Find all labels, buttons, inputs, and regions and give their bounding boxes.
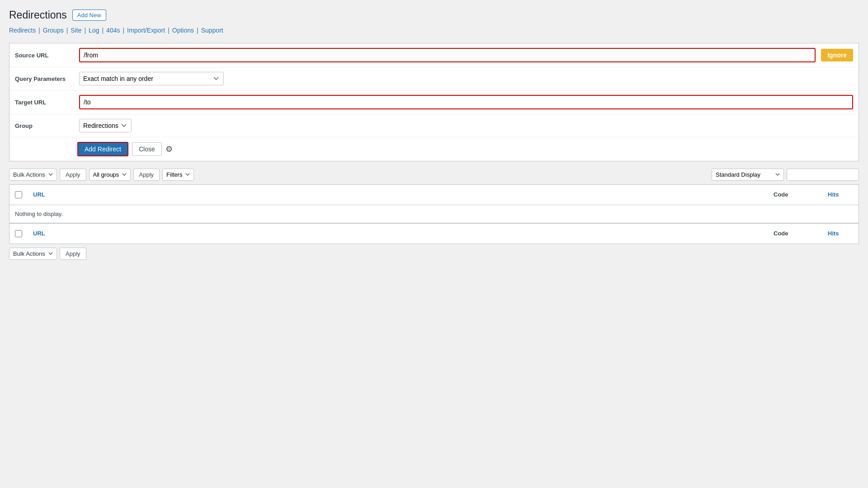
table-footer-header: URL Code Hits: [9, 223, 859, 244]
filters-select[interactable]: Filters: [162, 169, 194, 181]
header-checkbox-cell[interactable]: [9, 188, 28, 201]
nav-sep-7: |: [197, 27, 198, 34]
footer-checkbox-cell[interactable]: [9, 227, 28, 240]
target-url-wrap: [79, 95, 853, 109]
nav-import-export[interactable]: Import/Export: [127, 27, 165, 34]
nav-options[interactable]: Options: [172, 27, 194, 34]
nav-sep-5: |: [123, 27, 124, 34]
table-header: URL Code Hits: [9, 185, 859, 205]
select-all-checkbox[interactable]: [15, 191, 22, 198]
nav-sep-1: |: [38, 27, 40, 34]
col-code-header: Code: [768, 188, 822, 201]
settings-icon[interactable]: ⚙: [165, 144, 173, 154]
redirect-form: Source URL Ignore Query Parameters Exact…: [9, 43, 859, 161]
group-row: Group Redirections: [9, 114, 859, 137]
footer-select-all-checkbox[interactable]: [15, 230, 22, 237]
nav-sep-2: |: [66, 27, 68, 34]
query-params-select[interactable]: Exact match in any order Exact match Ign…: [79, 72, 224, 85]
source-url-row: Source URL Ignore: [9, 43, 859, 67]
toolbar-left: Bulk Actions Apply All groups Apply Filt…: [9, 169, 194, 181]
nav-sep-3: |: [84, 27, 86, 34]
group-select[interactable]: Redirections: [79, 119, 132, 132]
add-redirect-button[interactable]: Add Redirect: [77, 142, 128, 156]
all-groups-select[interactable]: All groups: [89, 169, 131, 181]
bulk-actions-select-bottom[interactable]: Bulk Actions: [9, 248, 57, 260]
apply-button-top[interactable]: Apply: [60, 169, 86, 181]
apply-groups-button[interactable]: Apply: [133, 169, 160, 181]
ignore-button[interactable]: Ignore: [821, 49, 853, 61]
search-input[interactable]: [787, 169, 859, 181]
standard-display-select[interactable]: Standard Display: [712, 169, 784, 181]
source-url-label: Source URL: [15, 52, 74, 59]
empty-message: Nothing to display.: [9, 205, 859, 223]
nav-groups[interactable]: Groups: [43, 27, 64, 34]
bottom-toolbar: Bulk Actions Apply: [9, 248, 859, 260]
apply-button-bottom[interactable]: Apply: [60, 248, 86, 260]
form-actions-row: Add Redirect Close ⚙: [9, 137, 859, 161]
col-hits-footer: Hits: [822, 227, 859, 240]
target-url-row: Target URL: [9, 90, 859, 114]
nav-redirects[interactable]: Redirects: [9, 27, 36, 34]
bulk-actions-select-top[interactable]: Bulk Actions: [9, 169, 57, 181]
add-new-button[interactable]: Add New: [72, 9, 106, 21]
target-url-label: Target URL: [15, 99, 74, 106]
nav-links: Redirects | Groups | Site | Log | 404s |…: [9, 27, 859, 34]
close-button[interactable]: Close: [132, 142, 162, 156]
redirects-table: URL Code Hits Nothing to display. URL Co…: [9, 184, 859, 244]
col-hits-header: Hits: [822, 188, 859, 201]
target-url-input[interactable]: [79, 95, 853, 109]
col-url-header: URL: [28, 188, 768, 201]
col-url-footer: URL: [28, 227, 768, 240]
query-params-label: Query Parameters: [15, 75, 74, 82]
nav-site[interactable]: Site: [71, 27, 81, 34]
top-toolbar: Bulk Actions Apply All groups Apply Filt…: [9, 169, 859, 181]
source-url-input[interactable]: [79, 48, 816, 62]
toolbar-right: Standard Display: [712, 169, 859, 181]
nav-log[interactable]: Log: [89, 27, 99, 34]
group-label: Group: [15, 122, 74, 129]
nav-sep-4: |: [102, 27, 104, 34]
page-title: Redirections: [9, 9, 67, 21]
nav-sep-6: |: [168, 27, 170, 34]
col-code-footer: Code: [768, 227, 822, 240]
nav-support[interactable]: Support: [201, 27, 223, 34]
nav-404s[interactable]: 404s: [106, 27, 120, 34]
query-params-row: Query Parameters Exact match in any orde…: [9, 67, 859, 90]
